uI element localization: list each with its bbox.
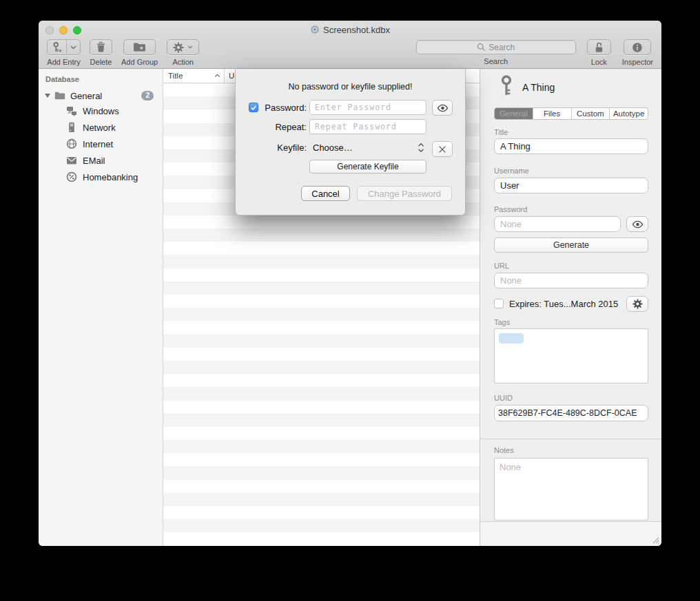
table-row (163, 453, 480, 466)
sort-ascending-icon (214, 74, 220, 78)
dialog-repeat-input[interactable] (309, 119, 426, 134)
divider (480, 439, 661, 439)
table-row (163, 229, 480, 242)
uuid-field[interactable] (494, 405, 648, 421)
uuid-label: UUID (494, 394, 513, 402)
lock-label: Lock (591, 58, 607, 66)
username-field[interactable] (494, 178, 648, 193)
table-row (163, 427, 480, 440)
tags-box[interactable] (494, 328, 648, 383)
url-field[interactable] (494, 273, 648, 288)
inspector-footer (480, 522, 661, 546)
action-label: Action (172, 58, 194, 66)
popup-stepper-icon[interactable] (418, 143, 424, 153)
action-button[interactable] (167, 39, 199, 55)
dialog-repeat-label: Repeat: (260, 122, 307, 132)
sidebar-item-homebanking[interactable]: Homebanking (39, 169, 163, 185)
table-row (163, 401, 480, 414)
sidebar-item-network[interactable]: Network (39, 119, 163, 136)
tab-general[interactable]: General (495, 108, 533, 119)
sidebar-item-label: EMail (83, 156, 105, 166)
tab-autotype[interactable]: Autotype (610, 108, 648, 119)
globe-icon (66, 138, 77, 149)
column-header-title[interactable]: Title (163, 69, 225, 83)
generate-keyfile-button[interactable]: Generate Keyfile (309, 160, 426, 173)
sidebar-item-general[interactable]: General 2 (39, 89, 163, 103)
minimize-button[interactable] (59, 26, 68, 34)
expires-row: Expires: Tues...March 2015 (494, 296, 618, 311)
toolbar-item-inspector: Inspector (622, 37, 653, 66)
expires-settings-button[interactable] (626, 296, 648, 312)
toolbar-item-delete: Delete (90, 37, 112, 66)
disclosure-triangle-icon[interactable] (45, 94, 50, 98)
eye-icon (632, 220, 644, 229)
notes-field[interactable] (494, 458, 648, 520)
table-row (163, 348, 480, 361)
inspector-button[interactable] (624, 39, 651, 55)
change-password-button[interactable]: Change Password (357, 186, 452, 201)
sidebar-item-label: Homebanking (83, 172, 138, 182)
table-row (163, 295, 480, 308)
toolbar-item-add-entry: Add Entry (47, 37, 81, 66)
toolbar-item-lock: Lock (587, 37, 611, 66)
reveal-password-button[interactable] (626, 216, 648, 232)
add-group-label: Add Group (121, 58, 158, 66)
tab-files[interactable]: Files (533, 108, 572, 119)
table-row (163, 308, 480, 321)
traffic-lights (45, 26, 81, 34)
search-input[interactable]: Search (416, 40, 576, 54)
delete-button[interactable] (90, 39, 112, 55)
table-row (163, 519, 480, 532)
sidebar-item-email[interactable]: EMail (39, 152, 163, 169)
resize-grip-icon[interactable] (652, 536, 660, 545)
close-button[interactable] (45, 26, 54, 34)
table-row (163, 335, 480, 348)
sidebar-item-windows[interactable]: Windows (39, 103, 163, 119)
table-row (163, 242, 480, 255)
lock-button[interactable] (587, 39, 611, 55)
expires-checkbox[interactable] (494, 299, 504, 308)
table-row (163, 493, 480, 506)
search-icon (477, 43, 486, 52)
table-row (163, 282, 480, 295)
document-icon (310, 25, 320, 34)
dialog-keyfile-label: Keyfile: (260, 143, 307, 153)
add-entry-button[interactable] (47, 39, 81, 55)
inspector-label: Inspector (622, 58, 653, 66)
table-row (163, 268, 480, 282)
clear-keyfile-button[interactable] (432, 141, 453, 157)
add-group-button[interactable] (123, 39, 156, 55)
password-field[interactable] (494, 216, 621, 232)
tab-custom[interactable]: Custom (572, 108, 610, 119)
add-entry-label: Add Entry (47, 58, 80, 66)
column-header-username[interactable]: U (225, 72, 234, 80)
password-checkbox[interactable] (249, 103, 258, 112)
generate-password-button[interactable]: Generate (494, 238, 648, 253)
title-field[interactable] (494, 138, 648, 154)
column-username-label: U (229, 72, 234, 80)
keyfile-popup[interactable]: Choose… (313, 143, 353, 153)
cancel-button[interactable]: Cancel (301, 186, 350, 201)
entry-title: A Thing (522, 82, 555, 93)
dialog-password-input[interactable] (309, 100, 426, 115)
key-plus-icon (48, 40, 67, 54)
gear-icon (173, 42, 184, 53)
table-row (163, 532, 480, 545)
sidebar-item-internet[interactable]: Internet (39, 136, 163, 152)
sidebar-item-label: Internet (83, 139, 113, 149)
sidebar-item-label: Windows (83, 106, 119, 116)
sidebar-children: WindowsNetworkInternetEMailHomebanking (39, 103, 163, 185)
delete-label: Delete (90, 58, 112, 66)
add-entry-dropdown[interactable] (67, 40, 80, 54)
title-field-label: Title (494, 128, 508, 136)
table-row (163, 440, 480, 453)
table-row (163, 387, 480, 400)
lock-open-icon (594, 41, 604, 53)
tag-chip (499, 333, 524, 344)
table-row (163, 374, 480, 387)
dialog-message: No password or keyfile supplied! (236, 82, 465, 92)
dialog-reveal-password-button[interactable] (432, 100, 453, 116)
folder-icon (54, 90, 65, 101)
zoom-button[interactable] (73, 26, 81, 34)
toolbar-item-action: Action (167, 37, 199, 66)
